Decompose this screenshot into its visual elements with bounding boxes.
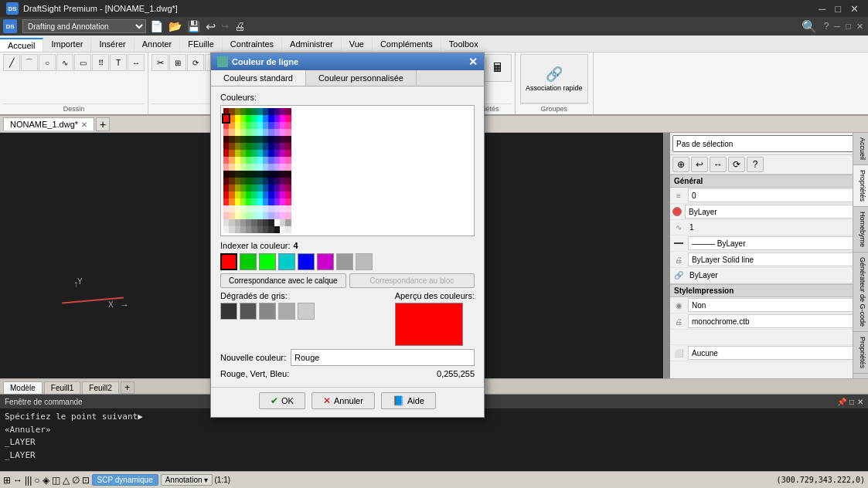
- color-cell-17-0[interactable]: [223, 226, 229, 233]
- color-cell-12-4[interactable]: [246, 191, 251, 198]
- color-cell-2-8[interactable]: [268, 122, 274, 129]
- color-cell-8-7[interactable]: [263, 164, 268, 171]
- color-cell-1-11[interactable]: [285, 115, 291, 122]
- color-cell-6-7[interactable]: [263, 150, 268, 157]
- color-cell-4-4[interactable]: [246, 136, 251, 143]
- dialog-close-btn[interactable]: ✕: [468, 56, 478, 67]
- mod-rotate-btn[interactable]: ⟳: [187, 54, 204, 71]
- color-cell-17-6[interactable]: [257, 226, 263, 233]
- style-section-header[interactable]: StyleImpression ▲: [670, 284, 868, 297]
- tab-feuille[interactable]: FEuille: [180, 38, 223, 52]
- color-cell-5-4[interactable]: [246, 143, 251, 150]
- color-cell-8-9[interactable]: [274, 164, 280, 171]
- draw-hatch-btn[interactable]: ⠿: [92, 54, 109, 71]
- page-tab-modele[interactable]: Modèle: [3, 381, 43, 394]
- status-grid-btn[interactable]: ⊞: [3, 475, 11, 486]
- new-file-btn[interactable]: 📄: [148, 20, 165, 32]
- side-tab-homebyme[interactable]: Homebyme: [853, 207, 868, 252]
- color-cell-10-7[interactable]: [263, 178, 268, 185]
- color-cell-6-0[interactable]: [223, 150, 229, 157]
- color-cell-16-9[interactable]: [274, 219, 280, 226]
- color-cell-4-11[interactable]: [285, 136, 291, 143]
- color-cell-11-5[interactable]: [251, 185, 257, 191]
- style-row-2-select[interactable]: monochrome.ctb: [688, 314, 866, 328]
- color-cell-5-10[interactable]: [280, 143, 285, 150]
- color-cell-11-9[interactable]: [274, 185, 280, 191]
- status-lineweight-btn[interactable]: ∅: [72, 475, 80, 486]
- corr-calque-btn[interactable]: Correspondance avec le calque: [220, 273, 346, 288]
- color-cell-15-10[interactable]: [280, 212, 285, 219]
- color-cell-7-9[interactable]: [274, 157, 280, 164]
- color-cell-10-5[interactable]: [251, 178, 257, 185]
- color-cell-17-2[interactable]: [235, 226, 240, 233]
- status-polar-btn[interactable]: ○: [34, 475, 39, 486]
- color-cell-12-11[interactable]: [285, 191, 291, 198]
- color-cell-3-4[interactable]: [246, 129, 251, 136]
- color-cell-7-1[interactable]: [229, 157, 234, 164]
- tab-annoter[interactable]: Annoter: [134, 38, 181, 52]
- new-color-input[interactable]: [291, 349, 475, 366]
- draw-text-btn[interactable]: T: [110, 54, 127, 71]
- side-tab-gcode[interactable]: Générateur de G-code: [853, 252, 868, 332]
- doc-tab-close-icon[interactable]: ✕: [81, 120, 87, 129]
- color-cell-7-3[interactable]: [240, 157, 246, 164]
- color-cell-11-0[interactable]: [223, 185, 229, 191]
- color-cell-17-5[interactable]: [251, 226, 257, 233]
- color-cell-10-6[interactable]: [257, 178, 263, 185]
- cmd-pin-btn[interactable]: 📌: [837, 398, 846, 406]
- draw-arc-btn[interactable]: ∿: [56, 54, 73, 71]
- color-cell-3-11[interactable]: [285, 129, 291, 136]
- color-cell-0-0[interactable]: [223, 108, 229, 115]
- color-cell-13-10[interactable]: [280, 198, 285, 205]
- color-cell-15-4[interactable]: [246, 212, 251, 219]
- color-cell-7-4[interactable]: [246, 157, 251, 164]
- color-cell-6-4[interactable]: [246, 150, 251, 157]
- color-cell-4-9[interactable]: [274, 136, 280, 143]
- color-cell-1-0[interactable]: [223, 115, 229, 122]
- color-cell-15-6[interactable]: [257, 212, 263, 219]
- color-cell-8-4[interactable]: [246, 164, 251, 171]
- swatch-green[interactable]: [259, 253, 276, 270]
- color-cell-14-10[interactable]: [280, 205, 285, 212]
- color-cell-2-0[interactable]: [223, 122, 229, 129]
- color-cell-11-7[interactable]: [263, 185, 268, 191]
- color-cell-13-7[interactable]: [263, 198, 268, 205]
- color-cell-5-5[interactable]: [251, 143, 257, 150]
- color-cell-10-2[interactable]: [235, 178, 240, 185]
- color-cell-6-1[interactable]: [229, 150, 234, 157]
- color-cell-15-3[interactable]: [240, 212, 246, 219]
- cmd-close-btn[interactable]: ✕: [857, 398, 863, 406]
- props-tb-sync-btn[interactable]: ↔: [710, 157, 727, 172]
- color-cell-13-1[interactable]: [229, 198, 234, 205]
- status-obj-snap-btn[interactable]: ◈: [43, 475, 49, 486]
- color-cell-3-7[interactable]: [263, 129, 268, 136]
- color-cell-15-9[interactable]: [274, 212, 280, 219]
- color-cell-11-1[interactable]: [229, 185, 234, 191]
- color-cell-4-7[interactable]: [263, 136, 268, 143]
- color-cell-9-1[interactable]: [229, 171, 234, 178]
- color-value-select[interactable]: ByLayer: [685, 205, 866, 219]
- color-cell-3-10[interactable]: [280, 129, 285, 136]
- color-cell-0-7[interactable]: [263, 108, 268, 115]
- assoc-rapide-btn[interactable]: 🔗 Association rapide: [520, 54, 588, 103]
- color-cell-12-5[interactable]: [251, 191, 257, 198]
- style-row-4-select[interactable]: Aucune: [688, 346, 866, 360]
- color-cell-4-6[interactable]: [257, 136, 263, 143]
- tab-accueil[interactable]: Accueil: [0, 38, 43, 52]
- color-cell-17-1[interactable]: [229, 226, 234, 233]
- color-cell-16-2[interactable]: [235, 219, 240, 226]
- color-cell-9-4[interactable]: [246, 171, 251, 178]
- color-cell-12-10[interactable]: [280, 191, 285, 198]
- doc-tab-active[interactable]: NONAME_1.dwg* ✕: [3, 117, 94, 130]
- color-cell-10-1[interactable]: [229, 178, 234, 185]
- draw-line-btn[interactable]: ╱: [3, 54, 20, 71]
- draw-circle-btn[interactable]: ○: [39, 54, 56, 71]
- color-cell-7-10[interactable]: [280, 157, 285, 164]
- color-cell-16-5[interactable]: [251, 219, 257, 226]
- color-cell-5-2[interactable]: [235, 143, 240, 150]
- color-cell-13-9[interactable]: [274, 198, 280, 205]
- page-tab-feuill2[interactable]: Feuill2: [82, 381, 118, 394]
- swatch-green-dark[interactable]: [240, 253, 257, 270]
- color-cell-11-4[interactable]: [246, 185, 251, 191]
- props-tb-refresh-btn[interactable]: ⟳: [728, 157, 745, 172]
